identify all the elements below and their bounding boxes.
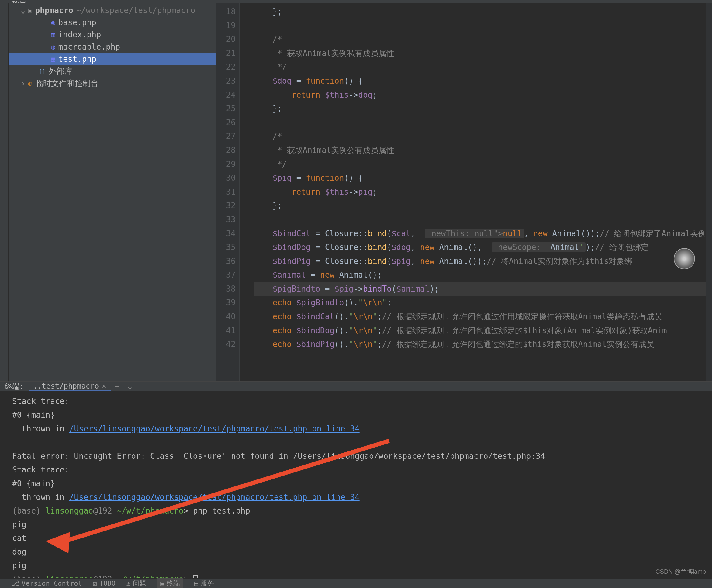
term-line: Fatal error: Uncaught Error: Class 'Clos… — [12, 451, 545, 461]
code-line-19[interactable] — [254, 19, 706, 33]
prompt-host: 192 — [98, 506, 112, 515]
todo-icon: ☑ — [93, 580, 97, 587]
code-line-38[interactable]: $pigBindto = $pig->bindTo($animal); — [254, 282, 706, 296]
terminal-output[interactable]: Stack trace: #0 {main} thrown in /Users/… — [0, 392, 712, 588]
project-name: phpmacro — [35, 6, 73, 15]
code-line-34[interactable]: $bindCat = Closure::bind($cat, newThis: … — [254, 227, 706, 241]
php-file-icon: ▦ — [51, 31, 55, 39]
php-file-icon: ◍ — [51, 43, 55, 51]
term-line: #0 {main} — [12, 479, 55, 488]
terminal-link[interactable]: /Users/linsonggao/workspace/test/phpmacr… — [69, 424, 360, 433]
term-out: pig — [12, 561, 26, 570]
code-line-33[interactable] — [254, 213, 706, 227]
file-index-php[interactable]: ▦ index.php — [8, 28, 215, 41]
php-file-icon: ▦ — [51, 55, 55, 63]
prompt-user: linsonggao — [46, 506, 93, 515]
code-line-29[interactable]: */ — [254, 158, 706, 171]
code-line-39[interactable]: echo $pigBindto()."\r\n"; — [254, 296, 706, 310]
terminal-label: 终端: — [0, 382, 28, 391]
term-out: cat — [12, 533, 26, 543]
code-line-41[interactable]: echo $bindDog()."\r\n";// 根据绑定规则，允许闭包通过绑… — [254, 324, 706, 338]
code-line-20[interactable]: /* — [254, 33, 706, 46]
terminal-tab[interactable]: ..test/phpmacro × — [28, 382, 110, 391]
scratches-row[interactable]: › ◐ 临时文件和控制台 — [8, 77, 215, 89]
floating-assistant-icon[interactable] — [674, 248, 695, 269]
status-todo[interactable]: ☑TODO — [93, 580, 116, 587]
file-label: index.php — [58, 30, 101, 39]
code-line-32[interactable]: }; — [254, 199, 706, 213]
terminal-tabs-bar: 终端: ..test/phpmacro × + ⌄ — [0, 382, 712, 392]
code-line-37[interactable]: $animal = new Animal(); — [254, 268, 706, 282]
term-out: dog — [12, 547, 26, 556]
code-line-42[interactable]: echo $bindPig()."\r\n";// 根据绑定规则，允许闭包通过绑… — [254, 337, 706, 352]
code-line-30[interactable]: $pig = function() { — [254, 171, 706, 185]
code-line-18[interactable]: }; — [254, 5, 706, 19]
code-line-21[interactable]: * 获取Animal实例私有成员属性 — [254, 46, 706, 61]
code-line-28[interactable]: * 获取Animal实例公有成员属性 — [254, 144, 706, 158]
terminal-tab-label: ..test/phpmacro — [33, 382, 99, 391]
chevron-down-icon[interactable]: ⌄ — [21, 6, 28, 15]
status-vcs[interactable]: ⎇Version Control — [12, 580, 82, 587]
external-libs-label: 外部库 — [49, 66, 72, 77]
prompt-at: @ — [93, 506, 98, 515]
file-test-php[interactable]: ▦ test.php — [8, 53, 215, 65]
file-base-php[interactable]: ◉ base.php — [8, 16, 215, 28]
external-libraries-row[interactable]: ⫿⫿ 外部库 — [8, 65, 215, 77]
services-icon: ▤ — [194, 580, 198, 587]
project-root-row[interactable]: ⌄ ▣ phpmacro ~/workspace/test/phpmacro — [8, 4, 215, 16]
code-line-22[interactable]: */ — [254, 60, 706, 74]
terminal-icon: ▣ — [160, 580, 164, 587]
prompt-base: (base) — [12, 506, 46, 515]
status-terminal[interactable]: ▣终端 — [157, 578, 183, 588]
terminal-link[interactable]: /Users/linsonggao/workspace/test/phpmacr… — [69, 492, 360, 502]
code-line-31[interactable]: return $this->pig; — [254, 185, 706, 199]
code-line-36[interactable]: $bindPig = Closure::bind($pig, new Anima… — [254, 254, 706, 269]
status-bar: ⎇Version Control ☑TODO ⚠问题 ▣终端 ▤服务 — [0, 578, 712, 588]
folder-icon: ▣ — [28, 7, 32, 14]
file-label: base.php — [58, 18, 97, 27]
file-tree: ⌄ ▣ phpmacro ~/workspace/test/phpmacro ◉… — [8, 3, 215, 90]
file-label: macroable.php — [58, 42, 120, 51]
term-line: thrown in — [12, 492, 69, 502]
code-line-23[interactable]: $dog = function() { — [254, 74, 706, 88]
project-path: ~/workspace/test/phpmacro — [76, 6, 195, 15]
term-line: Stack trace: — [12, 397, 69, 406]
branch-icon: ⎇ — [12, 580, 19, 587]
close-icon[interactable]: × — [102, 382, 106, 391]
scratches-label: 临时文件和控制台 — [35, 78, 99, 89]
code-line-40[interactable]: echo $bindCat()."\r\n";// 根据绑定规则，允许闭包通过作… — [254, 310, 706, 324]
problems-icon: ⚠ — [126, 580, 130, 587]
term-line: #0 {main} — [12, 411, 55, 420]
term-command: php test.php — [193, 506, 250, 515]
library-icon: ⫿⫿ — [39, 67, 46, 75]
code-line-27[interactable]: /* — [254, 129, 706, 144]
terminal-panel: 终端: ..test/phpmacro × + ⌄ Stack trace: #… — [0, 381, 712, 578]
status-problems[interactable]: ⚠问题 — [126, 579, 146, 588]
code-line-24[interactable]: return $this->dog; — [254, 88, 706, 102]
terminal-dropdown-button[interactable]: ⌄ — [123, 382, 136, 391]
file-label: test.php — [58, 55, 97, 64]
term-line: thrown in — [12, 424, 69, 433]
code-line-26[interactable] — [254, 116, 706, 130]
status-services[interactable]: ▤服务 — [194, 579, 214, 588]
prompt-gt: > — [184, 506, 193, 515]
php-file-icon: ◉ — [51, 19, 55, 26]
editor-tabs — [276, 0, 712, 3]
term-out: pig — [12, 520, 26, 529]
prompt-path: ~/w/t/phpmacro — [112, 506, 184, 515]
term-line: Stack trace: — [12, 465, 69, 474]
add-terminal-button[interactable]: + — [111, 382, 123, 391]
scratch-icon: ◐ — [28, 80, 32, 87]
chevron-right-icon[interactable]: › — [21, 79, 28, 88]
file-macroable-php[interactable]: ◍ macroable.php — [8, 41, 215, 53]
code-line-35[interactable]: $bindDog = Closure::bind($dog, new Anima… — [254, 240, 706, 254]
code-line-25[interactable]: }; — [254, 102, 706, 116]
watermark: CSDN @兰博lamb — [655, 568, 706, 576]
